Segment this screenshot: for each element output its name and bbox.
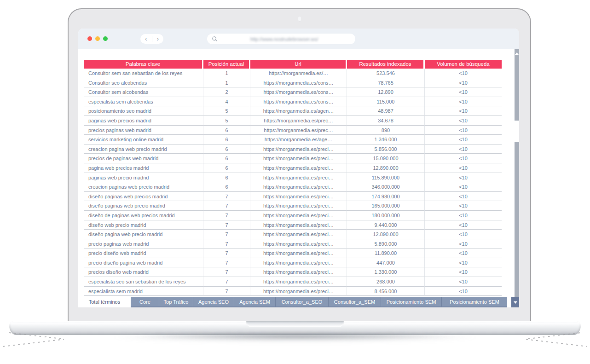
cell-results[interactable]: 447.000 — [347, 258, 425, 268]
cell-url[interactable]: https://morganmedia.es/preci… — [250, 239, 347, 249]
cell-volume[interactable]: <10 — [425, 239, 502, 249]
sheet-tab-agencia-sem[interactable]: Agencia SEM — [234, 297, 275, 307]
cell-volume[interactable]: <10 — [425, 69, 502, 78]
cell-volume[interactable]: <10 — [425, 277, 502, 287]
cell-position[interactable]: 7 — [203, 248, 250, 258]
cell-volume[interactable]: <10 — [425, 144, 502, 154]
cell-url[interactable]: https://morganmedia.es/preci… — [250, 287, 347, 296]
cell-results[interactable]: 268.000 — [347, 277, 425, 287]
cell-url[interactable]: https://morganmedia.es/preci… — [250, 192, 347, 202]
cell-keyword[interactable]: diseño pagina web precio madrid — [84, 230, 203, 239]
cell-results[interactable]: 12.890.000 — [347, 230, 425, 239]
cell-position[interactable]: 7 — [203, 192, 250, 202]
cell-volume[interactable]: <10 — [425, 116, 502, 126]
cell-keyword[interactable]: diseño paginas web precios madrid — [84, 192, 203, 202]
cell-volume[interactable]: <10 — [425, 287, 502, 296]
cell-position[interactable]: 6 — [203, 135, 250, 144]
cell-position[interactable]: 6 — [203, 126, 250, 135]
cell-results[interactable]: 5.890.000 — [347, 239, 425, 249]
cell-results[interactable]: 12.890 — [347, 87, 425, 97]
cell-keyword[interactable]: pagina web precios madrid — [84, 163, 203, 173]
cell-url[interactable]: https://morganmedia.es/preci… — [250, 258, 347, 268]
cell-url[interactable]: https://morganmedia.es/preci… — [250, 154, 347, 163]
cell-volume[interactable]: <10 — [425, 182, 502, 192]
cell-position[interactable]: 7 — [203, 230, 250, 239]
cell-keyword[interactable]: precio diseño web madrid — [84, 248, 203, 258]
cell-keyword[interactable]: paginas web precio madrid — [84, 173, 203, 183]
cell-url[interactable]: https://morganmedia.es/cons… — [250, 78, 347, 88]
scrollbar-thumb[interactable] — [515, 121, 519, 142]
cell-position[interactable]: 1 — [203, 69, 250, 78]
cell-results[interactable]: 1.330.000 — [347, 267, 425, 277]
column-header[interactable]: Url — [250, 60, 346, 69]
cell-position[interactable]: 6 — [203, 154, 250, 163]
cell-url[interactable]: https://morganmedia.es/preci… — [250, 201, 347, 211]
cell-url[interactable]: https://morganmedia.es/preci… — [250, 267, 347, 277]
cell-keyword[interactable]: especialista sem madrid — [84, 287, 203, 296]
cell-results[interactable]: 48.987 — [347, 106, 425, 116]
cell-keyword[interactable]: Consultor seo alcobendas — [84, 78, 203, 88]
cell-results[interactable]: 9.440.000 — [347, 220, 425, 230]
tab-overflow-button[interactable] — [511, 297, 519, 307]
cell-volume[interactable]: <10 — [425, 78, 502, 88]
cell-keyword[interactable]: especialista seo san sebastian de los re… — [84, 277, 203, 287]
cell-keyword[interactable]: paginas web precios madrid — [84, 116, 203, 126]
forward-button[interactable]: › — [152, 35, 164, 43]
cell-position[interactable]: 6 — [203, 173, 250, 183]
cell-keyword[interactable]: Consultor sem san sebastian de los reyes — [84, 69, 203, 78]
cell-position[interactable]: 7 — [203, 258, 250, 268]
cell-keyword[interactable]: creacion paginas web precio madrid — [84, 182, 203, 192]
cell-results[interactable]: 523.546 — [347, 69, 425, 78]
cell-keyword[interactable]: precios de paginas web madrid — [84, 154, 203, 163]
cell-volume[interactable]: <10 — [425, 97, 502, 107]
close-button[interactable] — [87, 36, 92, 41]
cell-url[interactable]: https://morganmedia.es/… — [250, 69, 347, 78]
cell-keyword[interactable]: posicionamiento seo madrid — [84, 106, 203, 116]
cell-results[interactable]: 15.090.000 — [347, 154, 425, 163]
cell-volume[interactable]: <10 — [425, 87, 502, 97]
cell-keyword[interactable]: servicios marketing online madrid — [84, 135, 203, 144]
cell-volume[interactable]: <10 — [425, 126, 502, 135]
cell-volume[interactable]: <10 — [425, 163, 502, 173]
cell-position[interactable]: 1 — [203, 78, 250, 88]
cell-keyword[interactable]: precios diseño web madrid — [84, 267, 203, 277]
cell-results[interactable]: 115.890.000 — [347, 173, 425, 183]
sheet-tab-agencia-seo[interactable]: Agencia SEO — [193, 297, 234, 307]
cell-url[interactable]: https://morganmedia.es/preci… — [250, 230, 347, 239]
cell-position[interactable]: 6 — [203, 163, 250, 173]
vertical-scrollbar[interactable] — [515, 49, 519, 297]
cell-url[interactable]: https://morganmedia.es/preci… — [250, 277, 347, 287]
cell-results[interactable]: 12.890.000 — [347, 163, 425, 173]
sheet-tab-consultor-a-seo[interactable]: Consultor_a_SEO — [275, 297, 328, 307]
cell-results[interactable]: 165.000.000 — [347, 201, 425, 211]
sheet-tab-total-t-rminos[interactable]: Total términos — [78, 297, 131, 307]
cell-volume[interactable]: <10 — [425, 220, 502, 230]
cell-position[interactable]: 2 — [203, 87, 250, 97]
column-header[interactable]: Posición actual — [203, 60, 249, 69]
cell-volume[interactable]: <10 — [425, 248, 502, 258]
cell-volume[interactable]: <10 — [425, 173, 502, 183]
cell-position[interactable]: 7 — [203, 220, 250, 230]
cell-keyword[interactable]: diseño de paginas web precios madrid — [84, 211, 203, 220]
cell-results[interactable]: 890 — [347, 126, 425, 135]
cell-position[interactable]: 6 — [203, 182, 250, 192]
cell-position[interactable]: 7 — [203, 211, 250, 220]
cell-url[interactable]: https://morganmedia.es/prec… — [250, 116, 347, 126]
cell-results[interactable]: 115.000 — [347, 97, 425, 107]
cell-keyword[interactable]: precio diseño pagina web madrid — [84, 258, 203, 268]
cell-results[interactable]: 346.000.000 — [347, 182, 425, 192]
cell-url[interactable]: https://morganmedia.es/preci… — [250, 182, 347, 192]
cell-volume[interactable]: <10 — [425, 211, 502, 220]
cell-url[interactable]: https://morganmedia.es/preci… — [250, 248, 347, 258]
cell-results[interactable]: 5.856.000 — [347, 144, 425, 154]
cell-url[interactable]: https://morganmedia.es/agen… — [250, 106, 347, 116]
cell-results[interactable]: 1.346.000 — [347, 135, 425, 144]
cell-url[interactable]: https://morganmedia.es/age… — [250, 135, 347, 144]
cell-position[interactable]: 4 — [203, 97, 250, 107]
cell-url[interactable]: https://morganmedia.es/preci… — [250, 163, 347, 173]
cell-keyword[interactable]: precios paginas web madrid — [84, 126, 203, 135]
cell-keyword[interactable]: diseño paginas web precio madrid — [84, 201, 203, 211]
cell-position[interactable]: 7 — [203, 277, 250, 287]
sheet-tab-core[interactable]: Core — [131, 297, 159, 307]
cell-position[interactable]: 6 — [203, 144, 250, 154]
